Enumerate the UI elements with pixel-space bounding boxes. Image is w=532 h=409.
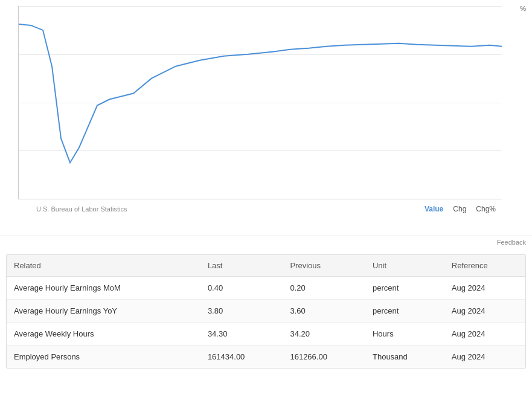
- cell-previous: 161266.00: [283, 346, 365, 369]
- table-row[interactable]: Employed Persons 161434.00 161266.00 Tho…: [7, 346, 525, 369]
- chart-line: [19, 6, 502, 199]
- cell-previous: 0.20: [283, 277, 365, 300]
- chart-container: % 60 58 56 54 52 2020 Jul 2021 Jul: [0, 0, 532, 236]
- cell-unit: percent: [365, 300, 444, 323]
- chart-footer: U.S. Bureau of Labor Statistics Value Ch…: [18, 202, 502, 216]
- cell-last: 3.80: [200, 300, 283, 323]
- cell-related: Employed Persons: [7, 346, 200, 369]
- cell-previous: 34.20: [283, 323, 365, 346]
- table-section: Related Last Previous Unit Reference Ave…: [6, 254, 526, 369]
- feedback-bar: Feedback: [0, 236, 532, 248]
- cell-last: 161434.00: [200, 346, 283, 369]
- chg-pct-control[interactable]: Chg%: [476, 205, 496, 213]
- chart-controls: Value Chg Chg%: [425, 205, 496, 213]
- chg-control[interactable]: Chg: [453, 205, 466, 213]
- col-last: Last: [200, 255, 283, 277]
- table-row[interactable]: Average Hourly Earnings YoY 3.80 3.60 pe…: [7, 300, 525, 323]
- table-row[interactable]: Average Weekly Hours 34.30 34.20 Hours A…: [7, 323, 525, 346]
- cell-unit: Thousand: [365, 346, 444, 369]
- source-label: U.S. Bureau of Labor Statistics: [36, 205, 127, 213]
- col-reference: Reference: [444, 255, 525, 277]
- cell-related: Average Hourly Earnings YoY: [7, 300, 200, 323]
- feedback-label[interactable]: Feedback: [497, 239, 526, 246]
- cell-reference: Aug 2024: [444, 300, 525, 323]
- chart-area: 60 58 56 54 52 2020 Jul 2021 Jul 2022 Ju…: [18, 6, 502, 199]
- table-row[interactable]: Average Hourly Earnings MoM 0.40 0.20 pe…: [7, 277, 525, 300]
- y-axis-unit-label: %: [520, 5, 526, 12]
- cell-related: Average Hourly Earnings MoM: [7, 277, 200, 300]
- cell-unit: Hours: [365, 323, 444, 346]
- cell-reference: Aug 2024: [444, 346, 525, 369]
- col-previous: Previous: [283, 255, 365, 277]
- value-control[interactable]: Value: [425, 205, 443, 213]
- table-header-row: Related Last Previous Unit Reference: [7, 255, 525, 277]
- cell-previous: 3.60: [283, 300, 365, 323]
- cell-reference: Aug 2024: [444, 277, 525, 300]
- cell-related: Average Weekly Hours: [7, 323, 200, 346]
- cell-last: 0.40: [200, 277, 283, 300]
- col-related: Related: [7, 255, 200, 277]
- related-indicators-table: Related Last Previous Unit Reference Ave…: [7, 255, 525, 368]
- cell-unit: percent: [365, 277, 444, 300]
- cell-last: 34.30: [200, 323, 283, 346]
- cell-reference: Aug 2024: [444, 323, 525, 346]
- col-unit: Unit: [365, 255, 444, 277]
